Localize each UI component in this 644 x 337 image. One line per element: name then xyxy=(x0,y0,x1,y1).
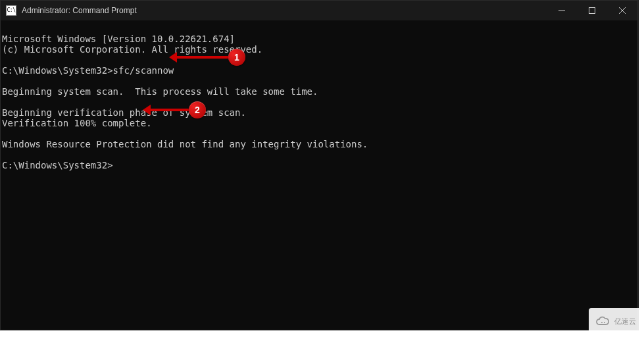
terminal-line: Beginning verification phase of system s… xyxy=(2,107,246,118)
page-bottom-strip xyxy=(0,330,644,337)
maximize-button[interactable] xyxy=(577,1,607,20)
terminal-line: Windows Resource Protection did not find… xyxy=(2,139,368,149)
close-button[interactable] xyxy=(607,1,637,20)
cmd-icon: C:\ xyxy=(6,5,16,16)
command-prompt-window: C:\ Administrator: Command Prompt xyxy=(0,0,638,330)
maximize-icon xyxy=(589,7,595,14)
terminal-prompt: C:\Windows\System32> xyxy=(2,160,113,170)
terminal-area[interactable]: Microsoft Windows [Version 10.0.22621.67… xyxy=(1,20,637,330)
svg-point-5 xyxy=(603,322,605,323)
watermark-text: 亿速云 xyxy=(614,317,636,326)
terminal-prompt: C:\Windows\System32>sfc/scannow xyxy=(2,65,174,76)
annotation-arrow-1 xyxy=(176,56,228,59)
window-title: Administrator: Command Prompt xyxy=(22,6,137,15)
terminal-line: Verification 100% complete. xyxy=(2,118,152,128)
svg-point-4 xyxy=(601,322,602,323)
minimize-button[interactable] xyxy=(547,1,577,20)
minimize-icon xyxy=(558,7,565,14)
terminal-line: Beginning system scan. This process will… xyxy=(2,86,318,97)
cloud-icon xyxy=(595,315,612,327)
terminal-line: Microsoft Windows [Version 10.0.22621.67… xyxy=(2,34,235,44)
terminal-line: (c) Microsoft Corporation. All rights re… xyxy=(2,44,262,55)
window-controls xyxy=(547,1,637,20)
titlebar[interactable]: C:\ Administrator: Command Prompt xyxy=(1,1,637,20)
close-icon xyxy=(619,7,626,14)
prompt-command: sfc/scannow xyxy=(113,65,174,76)
prompt-prefix: C:\Windows\System32> xyxy=(2,65,113,76)
svg-rect-1 xyxy=(589,8,595,14)
